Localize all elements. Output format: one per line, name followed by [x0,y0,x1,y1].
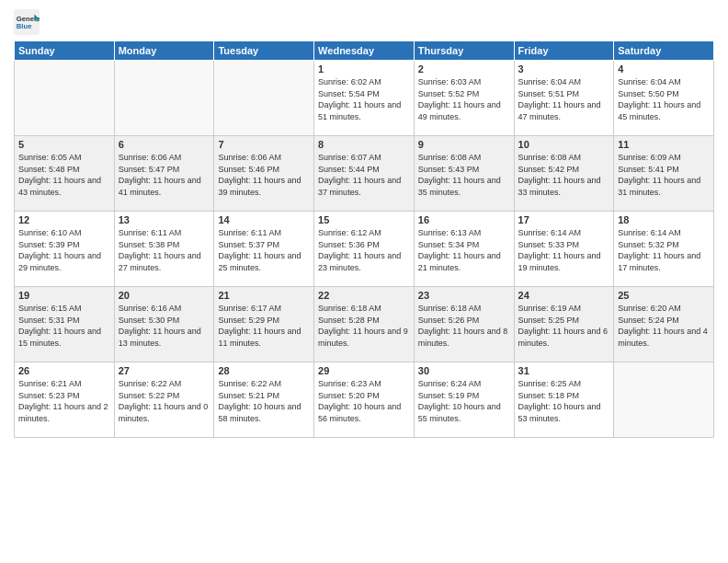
calendar-cell [15,61,115,136]
calendar-cell: 30Sunrise: 6:24 AMSunset: 5:19 PMDayligh… [414,362,514,438]
calendar-cell: 6Sunrise: 6:06 AMSunset: 5:47 PMDaylight… [114,136,214,212]
day-number: 20 [119,290,210,301]
calendar-cell: 26Sunrise: 6:21 AMSunset: 5:23 PMDayligh… [15,362,115,438]
week-row-4: 19Sunrise: 6:15 AMSunset: 5:31 PMDayligh… [15,287,714,362]
cell-text: Sunrise: 6:07 AMSunset: 5:44 PMDaylight:… [318,152,410,198]
calendar-cell [114,61,214,136]
cell-text: Sunrise: 6:10 AMSunset: 5:39 PMDaylight:… [18,227,110,273]
cell-text: Sunrise: 6:21 AMSunset: 5:23 PMDaylight:… [18,378,110,424]
header: General Blue [14,9,714,35]
cell-text: Sunrise: 6:02 AMSunset: 5:54 PMDaylight:… [318,76,410,122]
day-number: 6 [119,139,210,150]
cell-text: Sunrise: 6:08 AMSunset: 5:42 PMDaylight:… [518,152,610,198]
calendar-cell: 7Sunrise: 6:06 AMSunset: 5:46 PMDaylight… [214,136,314,212]
day-number: 24 [518,290,610,301]
day-number: 23 [418,290,510,301]
cell-text: Sunrise: 6:18 AMSunset: 5:26 PMDaylight:… [418,303,510,349]
calendar-cell: 27Sunrise: 6:22 AMSunset: 5:22 PMDayligh… [114,362,214,438]
logo: General Blue [14,9,43,35]
day-number: 7 [218,139,310,150]
cell-text: Sunrise: 6:06 AMSunset: 5:46 PMDaylight:… [218,152,310,198]
day-number: 27 [119,365,210,376]
cell-text: Sunrise: 6:06 AMSunset: 5:47 PMDaylight:… [119,152,210,198]
cell-text: Sunrise: 6:04 AMSunset: 5:51 PMDaylight:… [518,76,610,122]
calendar-cell: 10Sunrise: 6:08 AMSunset: 5:42 PMDayligh… [514,136,614,212]
calendar-cell: 9Sunrise: 6:08 AMSunset: 5:43 PMDaylight… [414,136,514,212]
calendar-cell: 18Sunrise: 6:14 AMSunset: 5:32 PMDayligh… [614,212,714,287]
day-number: 9 [418,139,510,150]
day-number: 21 [218,290,310,301]
calendar-cell: 2Sunrise: 6:03 AMSunset: 5:52 PMDaylight… [414,61,514,136]
cell-text: Sunrise: 6:22 AMSunset: 5:22 PMDaylight:… [119,378,210,424]
calendar-cell: 4Sunrise: 6:04 AMSunset: 5:50 PMDaylight… [614,61,714,136]
cell-text: Sunrise: 6:13 AMSunset: 5:34 PMDaylight:… [418,227,510,273]
cell-text: Sunrise: 6:24 AMSunset: 5:19 PMDaylight:… [418,378,510,424]
day-number: 2 [418,63,510,75]
cell-text: Sunrise: 6:22 AMSunset: 5:21 PMDaylight:… [218,378,310,424]
day-header-thursday: Thursday [414,41,514,61]
day-number: 17 [518,214,610,225]
day-header-friday: Friday [514,41,614,61]
cell-text: Sunrise: 6:15 AMSunset: 5:31 PMDaylight:… [18,303,110,349]
day-number: 30 [418,365,510,376]
week-row-1: 1Sunrise: 6:02 AMSunset: 5:54 PMDaylight… [15,61,714,136]
calendar-cell: 22Sunrise: 6:18 AMSunset: 5:28 PMDayligh… [314,287,415,362]
calendar-cell: 17Sunrise: 6:14 AMSunset: 5:33 PMDayligh… [514,212,614,287]
calendar-cell: 20Sunrise: 6:16 AMSunset: 5:30 PMDayligh… [114,287,214,362]
day-number: 18 [618,214,710,225]
day-header-monday: Monday [114,41,214,61]
day-number: 12 [18,214,110,225]
calendar-cell: 1Sunrise: 6:02 AMSunset: 5:54 PMDaylight… [314,61,415,136]
cell-text: Sunrise: 6:11 AMSunset: 5:38 PMDaylight:… [119,227,210,273]
day-number: 4 [618,63,710,75]
week-row-5: 26Sunrise: 6:21 AMSunset: 5:23 PMDayligh… [15,362,714,438]
day-number: 22 [318,290,410,301]
day-header-sunday: Sunday [15,41,115,61]
calendar-cell: 29Sunrise: 6:23 AMSunset: 5:20 PMDayligh… [314,362,415,438]
day-header-saturday: Saturday [614,41,714,61]
calendar-cell: 21Sunrise: 6:17 AMSunset: 5:29 PMDayligh… [214,287,314,362]
day-number: 26 [18,365,110,376]
day-number: 1 [318,63,410,75]
calendar-cell: 8Sunrise: 6:07 AMSunset: 5:44 PMDaylight… [314,136,415,212]
day-header-tuesday: Tuesday [214,41,314,61]
cell-text: Sunrise: 6:18 AMSunset: 5:28 PMDaylight:… [318,303,410,349]
cell-text: Sunrise: 6:19 AMSunset: 5:25 PMDaylight:… [518,303,610,349]
day-number: 10 [518,139,610,150]
day-number: 25 [618,290,710,301]
calendar-cell: 28Sunrise: 6:22 AMSunset: 5:21 PMDayligh… [214,362,314,438]
day-number: 15 [318,214,410,225]
svg-text:Blue: Blue [17,22,32,30]
day-number: 5 [18,139,110,150]
cell-text: Sunrise: 6:11 AMSunset: 5:37 PMDaylight:… [218,227,310,273]
calendar-cell: 11Sunrise: 6:09 AMSunset: 5:41 PMDayligh… [614,136,714,212]
logo-icon: General Blue [14,9,40,35]
cell-text: Sunrise: 6:09 AMSunset: 5:41 PMDaylight:… [618,152,710,198]
calendar-cell: 25Sunrise: 6:20 AMSunset: 5:24 PMDayligh… [614,287,714,362]
cell-text: Sunrise: 6:14 AMSunset: 5:33 PMDaylight:… [518,227,610,273]
day-headers: SundayMondayTuesdayWednesdayThursdayFrid… [15,41,714,61]
calendar-cell: 19Sunrise: 6:15 AMSunset: 5:31 PMDayligh… [15,287,115,362]
calendar-cell [214,61,314,136]
cell-text: Sunrise: 6:08 AMSunset: 5:43 PMDaylight:… [418,152,510,198]
calendar-cell [614,362,714,438]
day-number: 28 [218,365,310,376]
week-row-2: 5Sunrise: 6:05 AMSunset: 5:48 PMDaylight… [15,136,714,212]
cell-text: Sunrise: 6:03 AMSunset: 5:52 PMDaylight:… [418,76,510,122]
cell-text: Sunrise: 6:12 AMSunset: 5:36 PMDaylight:… [318,227,410,273]
calendar-cell: 3Sunrise: 6:04 AMSunset: 5:51 PMDaylight… [514,61,614,136]
day-number: 29 [318,365,410,376]
day-number: 16 [418,214,510,225]
calendar-cell: 31Sunrise: 6:25 AMSunset: 5:18 PMDayligh… [514,362,614,438]
week-row-3: 12Sunrise: 6:10 AMSunset: 5:39 PMDayligh… [15,212,714,287]
day-number: 3 [518,63,610,75]
cell-text: Sunrise: 6:16 AMSunset: 5:30 PMDaylight:… [119,303,210,349]
day-number: 13 [119,214,210,225]
calendar-cell: 12Sunrise: 6:10 AMSunset: 5:39 PMDayligh… [15,212,115,287]
calendar-cell: 13Sunrise: 6:11 AMSunset: 5:38 PMDayligh… [114,212,214,287]
day-number: 31 [518,365,610,376]
calendar-cell: 23Sunrise: 6:18 AMSunset: 5:26 PMDayligh… [414,287,514,362]
day-number: 19 [18,290,110,301]
calendar-cell: 16Sunrise: 6:13 AMSunset: 5:34 PMDayligh… [414,212,514,287]
calendar-cell: 5Sunrise: 6:05 AMSunset: 5:48 PMDaylight… [15,136,115,212]
